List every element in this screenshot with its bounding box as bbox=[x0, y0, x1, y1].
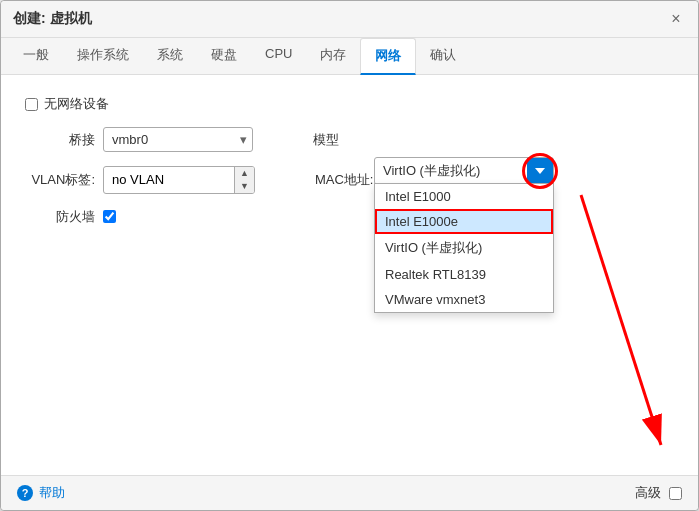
no-network-checkbox[interactable] bbox=[25, 98, 38, 111]
vlan-spinbox-buttons: ▲ ▼ bbox=[234, 167, 254, 193]
vlan-down-button[interactable]: ▼ bbox=[235, 180, 254, 193]
no-network-label: 无网络设备 bbox=[44, 95, 109, 113]
tab-disk[interactable]: 硬盘 bbox=[197, 38, 251, 75]
model-dropdown-container: VirtIO (半虚拟化) Intel E1000 Intel E1000e V… bbox=[374, 157, 554, 185]
mac-section: MAC地址: bbox=[315, 171, 374, 189]
bridge-select[interactable]: vmbr0 bbox=[103, 127, 253, 152]
close-button[interactable]: × bbox=[666, 9, 686, 29]
tab-network[interactable]: 网络 bbox=[360, 38, 416, 75]
model-label: 模型 bbox=[313, 131, 339, 149]
help-icon: ? bbox=[17, 485, 33, 501]
firewall-label: 防火墙 bbox=[25, 208, 95, 226]
vlan-up-button[interactable]: ▲ bbox=[235, 167, 254, 180]
dialog-title: 创建: 虚拟机 bbox=[13, 10, 92, 28]
tab-confirm[interactable]: 确认 bbox=[416, 38, 470, 75]
vlan-row: VLAN标签: ▲ ▼ MAC地址: bbox=[25, 166, 674, 194]
model-selected-value: VirtIO (半虚拟化) bbox=[375, 158, 527, 184]
footer: ? 帮助 高级 bbox=[1, 475, 698, 510]
model-option-realtek[interactable]: Realtek RTL8139 bbox=[375, 262, 553, 287]
bridge-select-wrapper: vmbr0 ▾ bbox=[103, 127, 253, 152]
svg-line-1 bbox=[581, 195, 661, 445]
advanced-checkbox[interactable] bbox=[669, 487, 682, 500]
tab-cpu[interactable]: CPU bbox=[251, 38, 306, 75]
mac-label: MAC地址: bbox=[315, 171, 374, 189]
vlan-spinbox: ▲ ▼ bbox=[103, 166, 255, 194]
model-dropdown-trigger: VirtIO (半虚拟化) bbox=[374, 157, 554, 185]
tab-general[interactable]: 一般 bbox=[9, 38, 63, 75]
model-option-vmware[interactable]: VMware vmxnet3 bbox=[375, 287, 553, 312]
help-label: 帮助 bbox=[39, 484, 65, 502]
vlan-label: VLAN标签: bbox=[25, 171, 95, 189]
firewall-row: 防火墙 bbox=[25, 208, 674, 226]
model-option-intel-e1000e[interactable]: Intel E1000e bbox=[375, 209, 553, 234]
model-option-virtio[interactable]: VirtIO (半虚拟化) bbox=[375, 234, 553, 262]
tab-bar: 一般 操作系统 系统 硬盘 CPU 内存 网络 确认 bbox=[1, 38, 698, 75]
model-dropdown-button[interactable] bbox=[527, 158, 553, 184]
create-vm-dialog: 创建: 虚拟机 × 一般 操作系统 系统 硬盘 CPU 内存 网络 确认 无网络… bbox=[0, 0, 699, 511]
content-area: 无网络设备 桥接 vmbr0 ▾ 模型 VLAN标签: ▲ ▼ bbox=[1, 75, 698, 475]
bridge-label: 桥接 bbox=[25, 131, 95, 149]
firewall-checkbox[interactable] bbox=[103, 210, 116, 223]
model-dropdown-menu: Intel E1000 Intel E1000e VirtIO (半虚拟化) R… bbox=[374, 183, 554, 313]
tab-memory[interactable]: 内存 bbox=[306, 38, 360, 75]
no-network-row: 无网络设备 bbox=[25, 95, 674, 113]
title-bar: 创建: 虚拟机 × bbox=[1, 1, 698, 38]
vlan-input[interactable] bbox=[104, 168, 234, 191]
tab-os[interactable]: 操作系统 bbox=[63, 38, 143, 75]
tab-system[interactable]: 系统 bbox=[143, 38, 197, 75]
bridge-row: 桥接 vmbr0 ▾ 模型 bbox=[25, 127, 674, 152]
model-section: 模型 bbox=[313, 131, 339, 149]
advanced-label: 高级 bbox=[635, 484, 661, 502]
footer-right-section: 高级 bbox=[635, 484, 682, 502]
model-option-intel-e1000[interactable]: Intel E1000 bbox=[375, 184, 553, 209]
help-button[interactable]: ? 帮助 bbox=[17, 484, 65, 502]
